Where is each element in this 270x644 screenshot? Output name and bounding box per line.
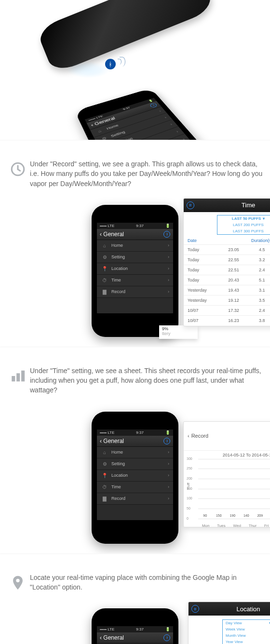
filter-option: Week View	[223, 626, 270, 632]
gridline: 150	[198, 489, 270, 489]
svg-rect-1	[12, 376, 15, 381]
column-header	[224, 237, 243, 245]
chevron-right-icon: ›	[163, 116, 167, 119]
table-row: Today23.054.52.5	[184, 244, 270, 255]
gridline: 250	[198, 469, 270, 469]
table-row: Yesterday19.433.14.1	[184, 285, 270, 295]
menu-icon[interactable]: ≡	[187, 201, 194, 209]
table-row: Yesterday19.123.57.2	[184, 295, 270, 305]
chevron-right-icon: ›	[182, 137, 186, 140]
chevron-right-icon: ›	[168, 289, 169, 294]
chevron-right-icon: ›	[168, 484, 169, 489]
phone-menu-setting[interactable]: ⚙Setting›	[97, 458, 173, 470]
menu-item-label: Record	[111, 496, 125, 501]
back-button[interactable]: ‹ General	[100, 634, 124, 641]
hero-phone-image: ••••• LTE 9:37 🔋 ‹ General ᚼ ⌂Home›⚙Sett…	[75, 74, 252, 140]
back-icon[interactable]: ‹	[188, 433, 189, 439]
menu-item-icon: ⚙	[101, 461, 108, 467]
bar-chart-icon	[6, 366, 30, 384]
phone-navbar: ‹ General ᚼ	[97, 229, 173, 240]
phone-menu-home[interactable]: ⌂Home›	[97, 447, 173, 458]
phone-menu-setting[interactable]: ⚙Setting›	[97, 252, 173, 263]
x-axis-label: Fri	[264, 523, 269, 527]
phone-statusbar: ••••• LTE9:37🔋	[97, 626, 173, 632]
menu-item-icon: 📍	[101, 473, 108, 478]
chevron-right-icon: ›	[168, 496, 169, 501]
phone-navbar: ‹ General ᚼ	[97, 632, 173, 644]
svg-rect-2	[16, 373, 20, 381]
phone-image: ••••• LTE9:37🔋 ‹ General ᚼ ⌂Home›⚙Settin…	[92, 412, 178, 544]
menu-item-label: Location	[111, 266, 128, 271]
chevron-right-icon: ›	[168, 255, 169, 259]
time-panel: ≡ Time ᚼ LAST 50 PUFFS LAST 200 PUFFS LA…	[183, 198, 270, 326]
time-composite: ••••• LTE9:37🔋 ‹ General ᚼ ⌂Home›⚙Settin…	[6, 402, 264, 544]
filter-option: LAST 200 PUFFS	[217, 222, 270, 228]
vape-pen-image	[36, 0, 215, 74]
bluetooth-badge-icon[interactable]: ᚼ	[163, 438, 170, 444]
phone-image: ••••• LTE9:37🔋 ‹ General ᚼ ⌂Home›⚙Settin…	[92, 608, 178, 644]
phone-image: ••••• LTE9:37🔋 ‹ General ᚼ ⌂Home›⚙Settin…	[92, 205, 178, 337]
bluetooth-badge-icon[interactable]: ᚼ	[163, 634, 170, 641]
menu-item-icon: 📍	[101, 266, 108, 271]
gridline: 200	[198, 479, 270, 479]
svg-rect-3	[21, 371, 25, 382]
back-button[interactable]: ‹ General	[100, 231, 124, 238]
bluetooth-ripple	[67, 62, 110, 78]
phone-menu-home[interactable]: ⌂Home›	[97, 240, 173, 252]
panel-header: ≡ Location ᚼ	[189, 602, 270, 616]
back-button[interactable]: ‹ General	[100, 438, 124, 444]
hero-section: ᚼ ••••• LTE 9:37 🔋 ‹ General ᚼ ⌂Home›⚙Se…	[0, 0, 270, 140]
bluetooth-badge-icon[interactable]: ᚼ	[163, 231, 170, 238]
table-row: Today22.553.23.5	[184, 255, 270, 265]
menu-item-icon: ⚙	[99, 135, 109, 140]
record-section: Under "Record" setting, we see a graph. …	[0, 154, 270, 347]
chevron-right-icon: ›	[168, 278, 169, 282]
phone-menu-location[interactable]: 📍Location›	[97, 263, 173, 275]
chart-subtitle: 2014-05-12 To 2014-05-18	[184, 451, 270, 457]
phone-menu-record[interactable]: ▇Record›	[97, 493, 173, 505]
phone-navbar: ‹ General ᚼ	[97, 436, 173, 447]
menu-item-label: Record	[111, 289, 125, 294]
phone-menu-time[interactable]: ⏱Time›	[97, 275, 173, 286]
chevron-right-icon: ›	[168, 243, 169, 248]
location-range-filter[interactable]: Day View Week View Month View Year View	[222, 619, 270, 644]
menu-item-icon: ⏱	[101, 278, 108, 283]
menu-item-label: Home	[111, 243, 123, 248]
menu-item-icon: ⌂	[95, 128, 105, 134]
menu-item-icon: ▇	[101, 289, 108, 295]
table-row: 10/0716.233.8	[184, 315, 270, 325]
clock-icon	[6, 159, 30, 177]
filter-option-selected: LAST 50 PUFFS	[217, 215, 270, 222]
puff-range-filter[interactable]: LAST 50 PUFFS LAST 200 PUFFS LAST 300 PU…	[217, 215, 270, 235]
phone-menu-record[interactable]: ▇Record›	[97, 286, 173, 298]
phone-statusbar: ••••• LTE9:37🔋	[97, 429, 173, 436]
menu-item-icon: ⚙	[101, 255, 108, 260]
location-pin-icon	[6, 573, 30, 591]
location-panel: ≡ Location ᚼ Day View Week View Month Vi…	[188, 602, 270, 644]
chevron-right-icon: ›	[168, 450, 169, 455]
x-axis-label: Mon	[202, 523, 210, 527]
gridline: 50	[198, 509, 270, 509]
chevron-right-icon: ›	[168, 473, 169, 478]
panel-title: Record	[191, 433, 208, 439]
gridline: 300	[198, 459, 270, 459]
panel-header: ≡ Time ᚼ	[184, 199, 270, 212]
x-axis-label: Wed	[233, 523, 241, 527]
menu-item-label: Time	[111, 484, 121, 489]
chevron-right-icon: ›	[168, 461, 169, 466]
phone-menu-location[interactable]: 📍Location›	[97, 470, 173, 482]
bluetooth-icon: ᚼ	[105, 59, 116, 69]
menu-item-icon: ▇	[101, 496, 108, 501]
x-axis-label: Tues	[217, 523, 226, 527]
signal-wave-icon	[120, 57, 125, 67]
menu-item-label: Time	[111, 278, 121, 282]
column-header: Duration(s)	[243, 237, 270, 245]
gridline: 100	[198, 498, 270, 499]
bluetooth-badge-icon[interactable]: ᚼ	[149, 103, 158, 108]
menu-icon[interactable]: ≡	[191, 605, 199, 613]
table-row: 10/0717.322.4	[184, 305, 270, 315]
panel-title: Location	[236, 605, 260, 613]
filter-option: LAST 300 PUFFS	[217, 228, 270, 234]
phone-menu-time[interactable]: ⏱Time›	[97, 482, 173, 493]
panel-title: Time	[242, 201, 255, 209]
